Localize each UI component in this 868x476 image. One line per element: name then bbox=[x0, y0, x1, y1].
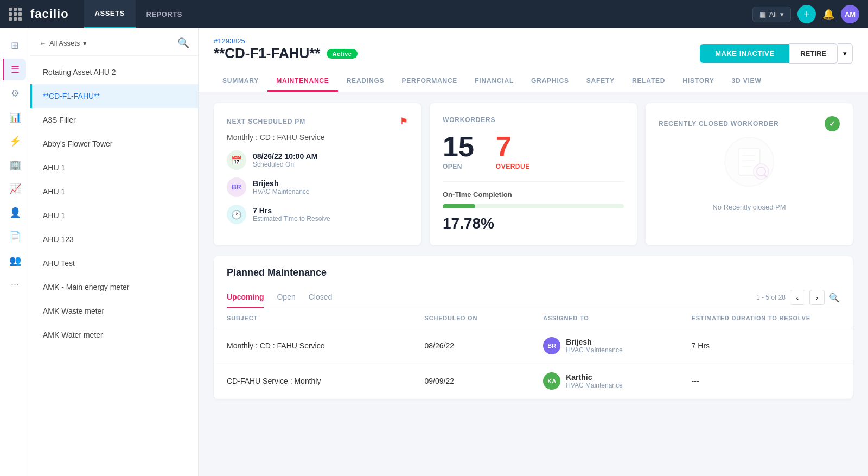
tab-readings[interactable]: READINGS bbox=[338, 72, 393, 92]
sidebar-icon-person[interactable]: 👤 bbox=[4, 202, 26, 224]
next-scheduled-pm-card: NEXT SCHEDULED PM ⚑ Monthly : CD : FAHU … bbox=[214, 103, 421, 245]
pm-section-header: Planned Maintenance bbox=[214, 256, 853, 278]
flag-icon: ⚑ bbox=[400, 116, 408, 126]
wo-title: WORKORDERS bbox=[443, 116, 624, 124]
recently-closed-card: RECENTLY CLOSED WORKORDER ✓ bbox=[646, 103, 853, 245]
pm-schedule-label: Monthly : CD : FAHU Service bbox=[227, 133, 408, 142]
tab-graphics[interactable]: GRAPHICS bbox=[522, 72, 578, 92]
pm-tab-upcoming[interactable]: Upcoming bbox=[227, 287, 264, 308]
retire-dropdown-button[interactable]: ▾ bbox=[838, 43, 853, 64]
pm-duration-info: 7 Hrs Estimated Time to Resolve bbox=[253, 206, 330, 223]
workorders-card: WORKORDERS 15 OPEN 7 OVERDUE On-Time Com… bbox=[430, 103, 637, 245]
nav-tab-assets[interactable]: ASSETS bbox=[84, 0, 136, 28]
top-nav: facilio ASSETS REPORTS ▦ All ▾ + 🔔 AM bbox=[0, 0, 868, 28]
bell-icon[interactable]: 🔔 bbox=[822, 8, 834, 20]
pm-table-header: SUBJECT SCHEDULED ON ASSIGNED TO ESTIMAT… bbox=[214, 308, 853, 328]
col-scheduled-on: SCHEDULED ON bbox=[425, 315, 544, 321]
assignee-role-1: HVAC Maintenance bbox=[566, 346, 623, 354]
asset-list-header: ← All Assets ▾ 🔍 bbox=[30, 28, 198, 56]
col-duration: ESTIMATED DURATION TO RESOLVE bbox=[692, 315, 840, 321]
asset-item-abbys[interactable]: Abby's Flower Tower bbox=[30, 132, 198, 156]
nav-tab-reports[interactable]: REPORTS bbox=[136, 0, 193, 28]
chevron-down-icon: ▾ bbox=[780, 10, 784, 18]
rc-empty: No Recently closed PM bbox=[659, 140, 840, 205]
wo-overdue-count: 7 bbox=[496, 132, 530, 161]
pm-search-icon[interactable]: 🔍 bbox=[829, 293, 840, 303]
tab-financial[interactable]: FINANCIAL bbox=[466, 72, 522, 92]
logo: facilio bbox=[30, 7, 69, 21]
sidebar-icon-chart[interactable]: 📊 bbox=[4, 106, 26, 128]
sidebar-icon-grid[interactable]: ⚙ bbox=[4, 82, 26, 104]
assignee-avatar-br: BR bbox=[543, 337, 560, 354]
tab-maintenance[interactable]: MAINTENANCE bbox=[267, 72, 337, 92]
back-button[interactable]: ← All Assets ▾ bbox=[39, 39, 87, 47]
table-row[interactable]: Monthly : CD : FAHU Service 08/26/22 BR … bbox=[214, 328, 853, 364]
asset-item-ahu1-1[interactable]: AHU 1 bbox=[30, 156, 198, 180]
all-button[interactable]: ▦ All ▾ bbox=[752, 7, 791, 22]
pm-card-title: NEXT SCHEDULED PM ⚑ bbox=[227, 116, 408, 126]
asset-list-panel: ← All Assets ▾ 🔍 Rotating Asset AHU 2 **… bbox=[30, 28, 199, 476]
col-assigned-to: ASSIGNED TO bbox=[543, 315, 691, 321]
sidebar-icon-people[interactable]: 👥 bbox=[4, 250, 26, 271]
sidebar-icon-building[interactable]: 🏢 bbox=[4, 154, 26, 176]
pm-row1-duration: 7 Hrs bbox=[692, 341, 840, 350]
tab-history[interactable]: HISTORY bbox=[674, 72, 723, 92]
tab-safety[interactable]: SAFETY bbox=[578, 72, 623, 92]
asset-item-amk-water[interactable]: AMK Water meter bbox=[30, 323, 198, 347]
table-row[interactable]: CD-FAHU Service : Monthly 09/09/22 KA Ka… bbox=[214, 364, 853, 399]
tab-performance[interactable]: PERFORMANCE bbox=[393, 72, 466, 92]
tab-3dview[interactable]: 3D VIEW bbox=[723, 72, 770, 92]
sidebar-icon-assets[interactable]: ☰ bbox=[3, 59, 26, 80]
asset-title-row: **CD-F1-FAHU** Active bbox=[214, 45, 358, 62]
asset-item-rotating[interactable]: Rotating Asset AHU 2 bbox=[30, 60, 198, 84]
pm-tab-closed[interactable]: Closed bbox=[309, 287, 333, 308]
planned-maintenance-section: Planned Maintenance Upcoming Open Closed… bbox=[214, 256, 853, 399]
pm-row2-duration: --- bbox=[692, 377, 840, 385]
sidebar-icon-home[interactable]: ⊞ bbox=[4, 35, 26, 56]
prev-page-button[interactable]: ‹ bbox=[790, 290, 805, 305]
asset-item-ahu123[interactable]: AHU 123 bbox=[30, 227, 198, 251]
left-header: #1293825 **CD-F1-FAHU** Active bbox=[214, 37, 358, 69]
asset-item-a3s[interactable]: A3S Filler bbox=[30, 108, 198, 132]
grid-icon[interactable] bbox=[9, 8, 22, 21]
pm-datetime-item: 📅 08/26/22 10:00 AM Scheduled On bbox=[227, 150, 408, 170]
asset-item-cdf1[interactable]: **CD-F1-FAHU** bbox=[30, 84, 198, 108]
assignee-info-2: Karthic HVAC Maintenance bbox=[566, 373, 623, 389]
wo-open-label: OPEN bbox=[443, 163, 474, 170]
add-button[interactable]: + bbox=[797, 5, 816, 23]
tab-related[interactable]: RELATED bbox=[623, 72, 674, 92]
next-page-button[interactable]: › bbox=[809, 290, 825, 305]
wo-completion-title: On-Time Completion bbox=[443, 191, 624, 199]
assignee-avatar: BR bbox=[227, 177, 246, 197]
retire-button[interactable]: RETIRE bbox=[789, 43, 838, 64]
detail-tabs: SUMMARY MAINTENANCE READINGS PERFORMANCE… bbox=[214, 72, 853, 92]
sidebar-icon-doc[interactable]: 📄 bbox=[4, 226, 26, 247]
pm-assignee-item: BR Brijesh HVAC Maintenance bbox=[227, 177, 408, 197]
main-layout: ⊞ ☰ ⚙ 📊 ⚡ 🏢 📈 👤 📄 👥 ··· ← All Assets ▾ 🔍… bbox=[0, 28, 868, 476]
clock-icon: 🕐 bbox=[227, 205, 246, 224]
asset-item-ahu1-3[interactable]: AHU 1 bbox=[30, 204, 198, 227]
pm-tab-open[interactable]: Open bbox=[277, 287, 295, 308]
wo-open: 15 OPEN bbox=[443, 132, 474, 170]
pm-assignee-name: Brijesh bbox=[253, 179, 310, 188]
sidebar-icon-lightning[interactable]: ⚡ bbox=[4, 130, 26, 152]
pm-row2-date: 09/09/22 bbox=[425, 377, 544, 385]
pm-assignee-sub: HVAC Maintenance bbox=[253, 188, 310, 195]
make-inactive-button[interactable]: MAKE INACTIVE bbox=[700, 44, 789, 63]
pm-tabs-and-pagination: Upcoming Open Closed 1 - 5 of 28 ‹ › 🔍 bbox=[214, 287, 853, 308]
back-arrow-icon: ← bbox=[39, 39, 46, 47]
asset-item-amk-main[interactable]: AMK - Main energy meter bbox=[30, 275, 198, 299]
asset-id[interactable]: #1293825 bbox=[214, 37, 358, 45]
back-label: All Assets bbox=[49, 39, 80, 47]
sidebar-icon-gauge[interactable]: 📈 bbox=[4, 178, 26, 200]
asset-item-ahutest[interactable]: AHU Test bbox=[30, 251, 198, 275]
chevron-down-icon: ▾ bbox=[83, 39, 87, 47]
sidebar-icon-more[interactable]: ··· bbox=[4, 274, 26, 295]
assignee-info-1: Brijesh HVAC Maintenance bbox=[566, 338, 623, 354]
search-icon[interactable]: 🔍 bbox=[177, 37, 189, 49]
assignee-avatar-ka: KA bbox=[543, 372, 560, 390]
avatar[interactable]: AM bbox=[841, 5, 859, 23]
asset-item-amk-waste[interactable]: AMK Waste meter bbox=[30, 299, 198, 323]
tab-summary[interactable]: SUMMARY bbox=[214, 72, 267, 92]
asset-item-ahu1-2[interactable]: AHU 1 bbox=[30, 180, 198, 204]
